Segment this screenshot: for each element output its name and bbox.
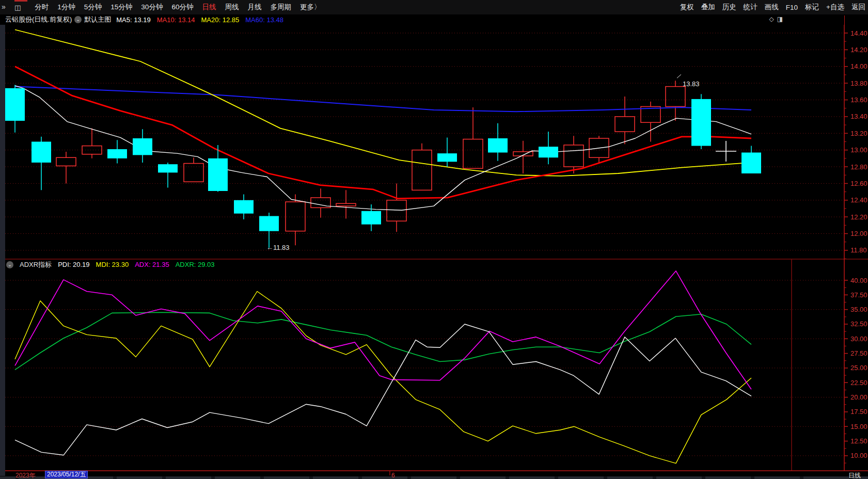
candle-body-down: [488, 138, 508, 153]
y-axis-label: 12.20: [850, 213, 867, 221]
info-row: 云铝股份(日线.前复权) ⌄ 默认主图 MA5: 13.19MA10: 13.1…: [0, 14, 868, 25]
indicator-value-label: ADXR: 29.03: [176, 261, 215, 268]
y-axis-label: 37.50: [850, 291, 867, 299]
info-row-icons: ◇ ◨: [769, 15, 783, 23]
ma-values: MA5: 13.19MA10: 13.14MA20: 12.85MA60: 13…: [116, 16, 283, 24]
toolbar-button-复权[interactable]: 复权: [680, 3, 694, 12]
toolbar-button-画线[interactable]: 画线: [765, 3, 779, 12]
indicator-row: ⌄ ADXR指标 PDI: 20.19MDI: 23.30ADX: 21.35A…: [6, 260, 215, 269]
candle-body-down: [361, 211, 381, 225]
indicator-value-label: PDI: 20.19: [58, 261, 89, 268]
chart-layout-label[interactable]: 默认主图: [84, 15, 111, 24]
toolbar-button-返回[interactable]: 返回: [851, 3, 865, 12]
y-axis-label: 22.50: [850, 379, 867, 387]
candle-body-down: [259, 216, 279, 231]
y-axis-label: 14.40: [850, 29, 867, 37]
low-price-annotation: ←11.83: [266, 244, 290, 251]
ma-label: MA10: 13.14: [157, 16, 195, 24]
year-label: 2023年: [15, 471, 36, 479]
y-axis-label: 25.00: [850, 364, 867, 372]
layout-view-icon[interactable]: ◫: [14, 4, 21, 11]
toolbar-button-标记[interactable]: 标记: [805, 3, 819, 12]
stock-title: 云铝股份(日线.前复权): [5, 15, 72, 24]
toolbar-row: » ◫ 分时1分钟5分钟15分钟30分钟60分钟日线周线月线多周期更多〉 复权叠…: [0, 0, 868, 14]
period-tab-分时[interactable]: 分时: [35, 3, 49, 12]
y-axis-label: 12.80: [850, 163, 867, 171]
toolbar-button-F10[interactable]: F10: [786, 4, 798, 11]
y-axis-label: 20.00: [850, 393, 867, 401]
toolbar-button-历史[interactable]: 历史: [722, 3, 736, 12]
y-axis-label: 12.60: [850, 180, 867, 187]
y-axis-label: 12.00: [850, 230, 867, 237]
ma-label: MA20: 12.85: [201, 16, 240, 24]
candle-body-down: [158, 164, 178, 172]
period-tabs: 分时1分钟5分钟15分钟30分钟60分钟日线周线月线多周期更多〉: [35, 3, 321, 12]
indicator-value-label: ADX: 21.35: [135, 261, 169, 268]
period-tab-1分钟[interactable]: 1分钟: [57, 3, 75, 12]
month-label: 6: [391, 472, 395, 479]
y-axis-label: 15.00: [850, 423, 867, 430]
bottom-axis: 2023年 2023/05/12/五 6 日线: [0, 471, 868, 477]
y-axis-label: 11.80: [850, 246, 867, 254]
candle-body-down: [133, 138, 152, 155]
toolbar-button-统计[interactable]: 统计: [744, 3, 757, 12]
y-axis-label: 30.00: [850, 335, 867, 343]
collapse-panel-icon[interactable]: »: [2, 3, 5, 11]
period-tab-15分钟[interactable]: 15分钟: [111, 3, 132, 12]
main-chart-svg: 14.4014.2014.0013.8013.6013.4013.2013.00…: [0, 0, 868, 479]
period-tab-多周期[interactable]: 多周期: [270, 3, 291, 12]
left-gutter[interactable]: [0, 25, 5, 476]
period-tab-5分钟[interactable]: 5分钟: [84, 3, 102, 12]
toolbar-button-+自选[interactable]: +自选: [826, 3, 844, 12]
period-tab-月线[interactable]: 月线: [247, 3, 261, 12]
candle-body-down: [539, 147, 558, 157]
candle-body-down: [741, 153, 761, 173]
y-axis-label: 14.20: [850, 46, 867, 54]
y-axis-label: 40.00: [850, 277, 867, 284]
candle-body-down: [5, 88, 25, 121]
chevron-circle-icon[interactable]: ⌄: [74, 16, 82, 23]
axis-line-top-segment: [844, 15, 845, 25]
split-view-icon[interactable]: ◨: [777, 15, 783, 23]
y-axis-label: 13.40: [850, 113, 867, 120]
indicator-value-label: MDI: 23.30: [96, 261, 129, 268]
indicator-chevron-icon[interactable]: ⌄: [6, 261, 13, 268]
toolbar-actions: 复权叠加历史统计画线F10标记+自选返回: [680, 0, 865, 14]
high-price-annotation: 13.83: [683, 80, 700, 88]
y-axis-label: 13.20: [850, 130, 867, 137]
candle-body-down: [691, 99, 711, 146]
period-tab-日线[interactable]: 日线: [202, 3, 216, 12]
y-axis-label: 13.80: [850, 79, 867, 87]
date-label[interactable]: 2023/05/12/五: [45, 471, 88, 478]
period-tab-更多〉[interactable]: 更多〉: [300, 3, 321, 12]
toolbar-button-叠加[interactable]: 叠加: [701, 3, 715, 12]
period-tab-30分钟[interactable]: 30分钟: [141, 3, 163, 12]
indicator-values: PDI: 20.19MDI: 23.30ADX: 21.35ADXR: 29.0…: [58, 261, 214, 268]
candle-body-down: [31, 141, 51, 162]
trading-app-window: { "toolbar": { "collapse_icon": "»", "vi…: [0, 0, 868, 479]
diamond-icon[interactable]: ◇: [769, 15, 774, 23]
candle-body-down: [107, 149, 127, 158]
candle-body-down: [234, 200, 254, 214]
red-marker: [14, 0, 27, 2]
ma-label: MA5: 13.19: [116, 16, 151, 24]
period-tab-60分钟[interactable]: 60分钟: [171, 3, 193, 12]
y-axis-label: 14.00: [850, 62, 867, 70]
candle-body-down: [437, 153, 457, 162]
y-axis-label: 17.50: [850, 408, 867, 416]
candle-body-down: [208, 158, 228, 191]
y-axis-label: 13.60: [850, 96, 867, 104]
y-axis-label: 12.40: [850, 196, 867, 204]
y-axis-label: 35.00: [850, 306, 867, 313]
y-axis-label: 10.00: [850, 452, 867, 459]
y-axis-label: 32.50: [850, 320, 867, 328]
period-label: 日线: [848, 471, 861, 479]
indicator-title[interactable]: ADXR指标: [20, 260, 52, 269]
y-axis-label: 27.50: [850, 349, 867, 357]
ma-label: MA60: 13.48: [245, 16, 283, 24]
y-axis-label: 13.00: [850, 146, 867, 154]
y-axis-label: 12.50: [850, 437, 867, 445]
period-tab-周线[interactable]: 周线: [225, 3, 239, 12]
